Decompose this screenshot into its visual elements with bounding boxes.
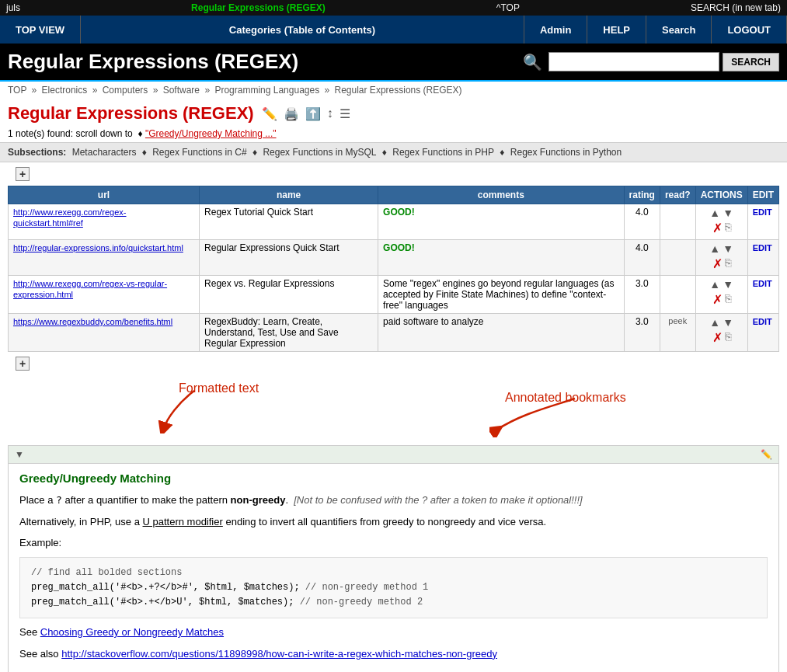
nav-top-view[interactable]: TOP VIEW (0, 16, 81, 44)
nav-logout[interactable]: LOGOUT (712, 16, 787, 44)
action-del-3[interactable]: ✗ (712, 292, 723, 307)
sort-icon[interactable]: ↕️ (327, 106, 333, 120)
subsection-regex-python[interactable]: Regex Functions in Python (510, 147, 622, 158)
cell-comments-4: paid software to analyze (378, 314, 625, 352)
arrow-annotated-bookmarks (489, 391, 583, 437)
add-row-bottom-button[interactable]: + (16, 357, 30, 371)
cell-read-1 (660, 204, 695, 240)
nav-categories[interactable]: Categories (Table of Contents) (81, 16, 524, 44)
para-1: Place a ? after a quantifier to make the… (19, 493, 768, 508)
subsection-metacharacters[interactable]: Metacharacters (72, 147, 137, 158)
add-row-bottom-container: + (8, 354, 779, 373)
section-title: Greedy/Ungreedy Matching (19, 472, 768, 485)
edit-link-2[interactable]: EDIT (753, 243, 772, 252)
cell-url-2: http://regular-expressions.info/quicksta… (9, 240, 200, 276)
link-url-2[interactable]: http://regular-expressions.info/quicksta… (13, 243, 183, 252)
subsections-bar: Subsections: Metacharacters ♦ Regex Func… (0, 142, 787, 162)
nav-help[interactable]: HELP (587, 16, 646, 44)
action-copy-1[interactable]: ⎘ (725, 221, 731, 235)
action-del-1[interactable]: ✗ (712, 221, 723, 235)
cell-edit-4: EDIT (747, 314, 778, 352)
top-bar-search: SEARCH (in new tab) (691, 2, 781, 13)
cell-actions-4: ▲ ▼ ✗ ⎘ (695, 314, 747, 352)
header-title: Regular Expressions (REGEX) (8, 50, 523, 74)
edit-link-1[interactable]: EDIT (753, 207, 772, 217)
action-up-4[interactable]: ▲ (709, 316, 720, 329)
breadcrumb-programming-languages[interactable]: Programming Languages (214, 85, 319, 96)
arrow-formatted-text (155, 387, 233, 433)
action-down-3[interactable]: ▼ (723, 278, 733, 291)
header-search-input[interactable] (548, 52, 719, 71)
top-bar-title: Regular Expressions (REGEX) (191, 2, 326, 13)
subsection-regex-php[interactable]: Regex Functions in PHP (392, 147, 494, 158)
cell-actions-2: ▲ ▼ ✗ ⎘ (695, 240, 747, 276)
link-url-4[interactable]: https://www.regexbuddy.com/benefits.html (13, 317, 172, 326)
see-link-line: See Choosing Greedy or Nongreedy Matches (19, 625, 768, 640)
table-row: https://www.regexbuddy.com/benefits.html… (9, 314, 779, 352)
see-link[interactable]: Choosing Greedy or Nongreedy Matches (40, 626, 224, 638)
cell-edit-3: EDIT (747, 276, 778, 314)
edit-icon[interactable]: ✏️ (262, 106, 277, 121)
subsection-regex-mysql[interactable]: Regex Functions in MySQL (263, 147, 376, 158)
cell-name-1: Regex Tutorial Quick Start (200, 204, 378, 240)
nav-search[interactable]: Search (646, 16, 712, 44)
cell-name-2: Regular Expressions Quick Start (200, 240, 378, 276)
header-search-button[interactable]: SEARCH (723, 53, 779, 71)
breadcrumb-computers[interactable]: Computers (103, 85, 148, 96)
section-header: ▼ ✏️ (9, 446, 778, 464)
page-title-section: Regular Expressions (REGEX) ✏️ 🖨️ ⬆️ ↕️ … (0, 99, 787, 127)
action-copy-4[interactable]: ⎘ (725, 330, 731, 345)
col-url: url (9, 186, 200, 204)
action-down-1[interactable]: ▼ (723, 207, 733, 219)
action-del-2[interactable]: ✗ (712, 256, 723, 271)
action-down-2[interactable]: ▼ (723, 242, 733, 255)
action-down-4[interactable]: ▼ (723, 316, 733, 329)
top-bar-top-link[interactable]: ^TOP (496, 2, 520, 13)
nav-admin[interactable]: Admin (524, 16, 587, 44)
cell-read-4: peek (660, 314, 695, 352)
header: Regular Expressions (REGEX) 🔍 SEARCH (0, 44, 787, 82)
code-line-1: // find all bolded sections (31, 566, 756, 580)
cell-rating-4: 3.0 (624, 314, 660, 352)
nav-bar: TOP VIEW Categories (Table of Contents) … (0, 16, 787, 44)
list-icon[interactable]: ☰ (340, 106, 350, 121)
breadcrumb-current: Regular Expressions (REGEX) (335, 85, 462, 96)
action-up-2[interactable]: ▲ (709, 242, 720, 255)
cell-url-1: http://www.rexegg.com/regex-quickstart.h… (9, 204, 200, 240)
notes-link[interactable]: "Greedy/Ungreedy Matching ..." (145, 128, 277, 139)
top-bar-user: juls (6, 2, 20, 13)
edit-link-4[interactable]: EDIT (753, 317, 772, 326)
print-icon[interactable]: 🖨️ (284, 106, 299, 121)
breadcrumb-electronics[interactable]: Electronics (42, 85, 88, 96)
col-rating: rating (624, 186, 660, 204)
link-url-1[interactable]: http://www.rexegg.com/regex-quickstart.h… (13, 207, 127, 228)
cell-edit-1: EDIT (747, 204, 778, 240)
action-del-4[interactable]: ✗ (712, 330, 723, 345)
action-up-1[interactable]: ▲ (709, 207, 720, 219)
cell-edit-2: EDIT (747, 240, 778, 276)
action-copy-3[interactable]: ⎘ (725, 292, 731, 307)
bookmarks-table: url name comments rating read? ACTIONS E… (8, 186, 779, 352)
code-block: // find all bolded sections preg_match_a… (19, 557, 768, 619)
subsection-regex-csharp[interactable]: Regex Functions in C# (152, 147, 246, 158)
cell-url-4: https://www.regexbuddy.com/benefits.html (9, 314, 200, 352)
breadcrumb-software[interactable]: Software (163, 85, 200, 96)
edit-link-3[interactable]: EDIT (753, 279, 772, 288)
section-edit-icon[interactable]: ✏️ (761, 449, 772, 460)
add-row-top-button[interactable]: + (16, 167, 30, 181)
breadcrumb-top[interactable]: TOP (8, 85, 26, 96)
table-row: http://www.rexegg.com/regex-quickstart.h… (9, 204, 779, 240)
link-url-3[interactable]: http://www.rexegg.com/regex-vs-regular-e… (13, 279, 167, 299)
code-line-3: preg_match_all('#<b>.+</b>U', $html, $ma… (31, 595, 756, 610)
see-also-link[interactable]: http://stackoverflow.com/questions/11898… (61, 648, 497, 660)
section-toggle[interactable]: ▼ (15, 449, 24, 460)
cell-name-3: Regex vs. Regular Expressions (200, 276, 378, 314)
upload-icon[interactable]: ⬆️ (305, 106, 321, 121)
section-content: Greedy/Ungreedy Matching Place a ? after… (9, 464, 778, 672)
action-copy-2[interactable]: ⎘ (725, 256, 731, 271)
action-up-3[interactable]: ▲ (709, 278, 720, 291)
cell-comments-1: GOOD! (378, 204, 625, 240)
table-row: http://www.rexegg.com/regex-vs-regular-e… (9, 276, 779, 314)
para-2: Alternatively, in PHP, use a U pattern m… (19, 514, 768, 530)
subsections-label: Subsections: (8, 147, 66, 158)
